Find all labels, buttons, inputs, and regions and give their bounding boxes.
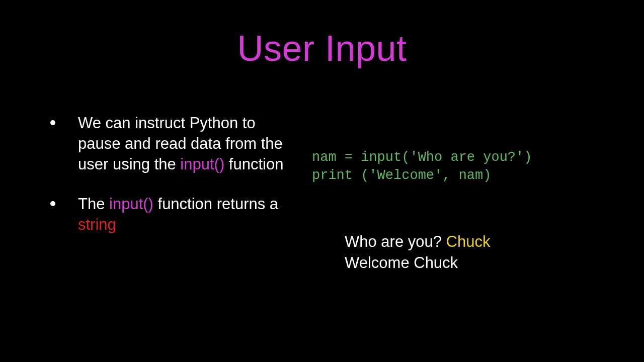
- code-line: print ('Welcome', nam): [312, 168, 491, 183]
- output-prompt: Who are you?: [345, 233, 446, 250]
- slide: User Input We can instruct Python to pau…: [0, 0, 644, 362]
- bullet-text: We can instruct Python to pause and read…: [78, 113, 302, 175]
- bullet-item: We can instruct Python to pause and read…: [50, 113, 302, 175]
- output-line: Who are you? Chuck: [345, 231, 490, 252]
- slide-body: We can instruct Python to pause and read…: [50, 113, 614, 235]
- bullet-text-segment: function: [224, 155, 283, 173]
- highlight-input-fn: input(): [180, 155, 224, 173]
- highlight-string: string: [78, 216, 116, 233]
- output-line: Welcome Chuck: [345, 252, 490, 274]
- code-line: nam = input('Who are you?'): [312, 150, 532, 165]
- output-block: Who are you? Chuck Welcome Chuck: [345, 231, 490, 274]
- slide-title: User Input: [0, 28, 644, 69]
- highlight-input-fn: input(): [109, 195, 153, 213]
- bullet-item: The input() function returns a string: [50, 194, 302, 235]
- bullet-text: The input() function returns a string: [78, 194, 302, 235]
- code-block: nam = input('Who are you?') print ('Welc…: [312, 148, 532, 185]
- bullet-list: We can instruct Python to pause and read…: [50, 113, 302, 235]
- bullet-text-segment: function returns a: [153, 195, 278, 213]
- right-column: nam = input('Who are you?') print ('Welc…: [302, 113, 614, 235]
- bullet-dot-icon: [50, 201, 55, 206]
- bullet-dot-icon: [50, 120, 55, 125]
- bullet-text-segment: The: [78, 195, 109, 213]
- output-user-entry: Chuck: [446, 233, 491, 250]
